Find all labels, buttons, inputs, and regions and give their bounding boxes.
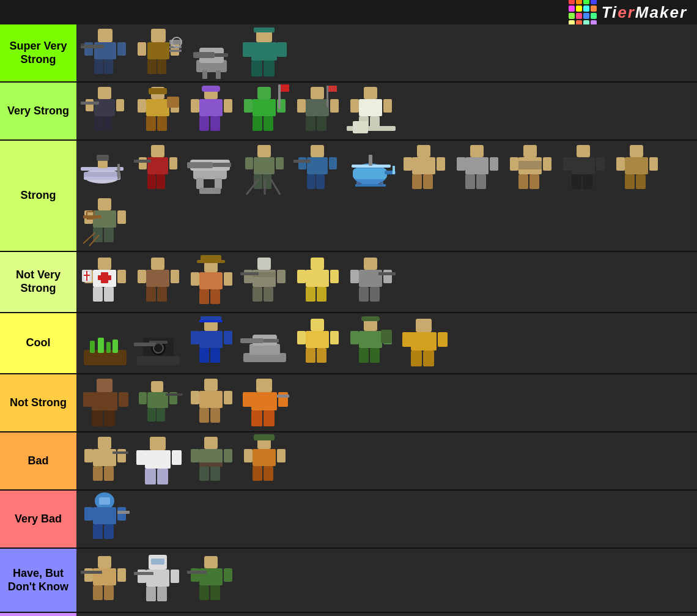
svg-rect-191: [257, 258, 271, 270]
svg-rect-148: [596, 157, 605, 171]
tier-label-bad: Bad: [0, 432, 76, 489]
svg-rect-208: [370, 287, 380, 302]
svg-rect-312: [93, 507, 116, 524]
svg-rect-122: [356, 182, 360, 185]
item-blue-cop: [292, 143, 344, 195]
svg-rect-281: [277, 395, 289, 398]
svg-rect-172: [117, 270, 126, 283]
svg-rect-235: [264, 339, 279, 343]
svg-rect-177: [151, 258, 164, 270]
svg-rect-158: [104, 228, 114, 242]
item-heavy-teal: [238, 27, 290, 79]
tier-label-not-strong: Not Strong: [0, 374, 76, 431]
svg-rect-64: [317, 116, 326, 131]
svg-rect-76: [353, 121, 368, 133]
svg-rect-185: [197, 260, 225, 263]
item-tan-gun: [79, 435, 131, 487]
svg-rect-84: [97, 155, 109, 161]
svg-rect-317: [117, 511, 130, 514]
tier-row-super-very-strong: Super Very Strong: [0, 24, 697, 83]
svg-rect-239: [317, 348, 326, 363]
svg-rect-133: [476, 174, 486, 189]
svg-rect-161: [83, 215, 101, 218]
tier-items-strong: [76, 141, 697, 251]
svg-rect-238: [306, 348, 315, 363]
svg-rect-252: [411, 351, 422, 366]
svg-rect-40: [146, 99, 169, 116]
item-yellow-box: [292, 317, 344, 369]
svg-rect-113: [329, 157, 337, 169]
tier-label-super-very-strong: Super Very Strong: [0, 24, 76, 81]
svg-rect-262: [151, 381, 163, 392]
svg-rect-3: [104, 59, 113, 74]
item-helicopter: [345, 143, 397, 195]
svg-rect-196: [277, 270, 286, 283]
svg-rect-332: [134, 572, 153, 575]
svg-rect-214: [98, 338, 104, 353]
svg-rect-321: [104, 585, 114, 600]
svg-rect-268: [166, 393, 183, 396]
svg-rect-111: [316, 174, 325, 189]
svg-rect-141: [543, 157, 551, 171]
svg-rect-61: [311, 87, 324, 99]
svg-rect-234: [240, 338, 264, 343]
svg-rect-7: [81, 43, 84, 46]
item-sniper-blue: [79, 27, 131, 79]
svg-rect-97: [215, 178, 222, 189]
svg-rect-116: [353, 168, 387, 179]
svg-rect-194: [264, 287, 273, 302]
item-vs1: [79, 85, 131, 137]
item-brown1: [132, 256, 184, 308]
item-orange-gun: [238, 377, 290, 429]
svg-rect-85: [151, 145, 164, 157]
tier-row-cool: Cool: [0, 313, 697, 374]
svg-rect-274: [224, 391, 232, 404]
svg-rect-195: [244, 270, 253, 283]
svg-rect-250: [416, 319, 432, 332]
svg-rect-42: [157, 116, 167, 131]
svg-rect-204: [330, 270, 339, 283]
tier-items-bad: [76, 432, 697, 489]
svg-rect-57: [244, 99, 253, 113]
svg-rect-94: [187, 162, 213, 168]
svg-rect-269: [204, 379, 218, 391]
tier-row-bad: Bad: [0, 432, 697, 491]
svg-rect-54: [253, 99, 276, 116]
svg-rect-297: [199, 466, 209, 481]
item-tripod-sniper: [238, 143, 290, 195]
svg-rect-156: [93, 210, 116, 228]
svg-rect-154: [649, 157, 658, 171]
svg-rect-189: [191, 272, 199, 286]
item-green-backpack: [345, 317, 397, 369]
svg-rect-89: [139, 157, 147, 169]
svg-rect-28: [264, 61, 275, 76]
tier-label-not-very-strong: Not Very Strong: [0, 252, 76, 312]
svg-rect-147: [563, 157, 572, 171]
svg-rect-249: [381, 330, 392, 343]
svg-rect-206: [359, 270, 382, 287]
svg-rect-101: [254, 174, 262, 189]
svg-rect-336: [210, 585, 220, 600]
svg-rect-265: [157, 408, 165, 421]
svg-rect-272: [210, 408, 220, 423]
svg-rect-66: [330, 99, 339, 113]
svg-rect-73: [350, 99, 359, 113]
svg-rect-65: [297, 99, 306, 113]
svg-rect-241: [330, 331, 339, 344]
svg-rect-120: [393, 166, 395, 174]
svg-rect-228: [210, 348, 220, 363]
svg-rect-294: [172, 450, 182, 465]
svg-rect-63: [306, 116, 315, 131]
svg-rect-260: [83, 392, 93, 407]
svg-rect-99: [257, 145, 271, 157]
item-green-soldier2: [185, 554, 237, 606]
item-gold-heavy: [398, 317, 450, 369]
svg-rect-288: [112, 451, 128, 454]
svg-rect-229: [191, 331, 199, 344]
svg-rect-304: [253, 449, 276, 466]
svg-rect-48: [199, 99, 223, 116]
svg-rect-273: [191, 391, 199, 404]
tier-row-strong: Strong: [0, 141, 697, 252]
item-black1: [558, 143, 610, 195]
svg-rect-289: [150, 437, 166, 450]
